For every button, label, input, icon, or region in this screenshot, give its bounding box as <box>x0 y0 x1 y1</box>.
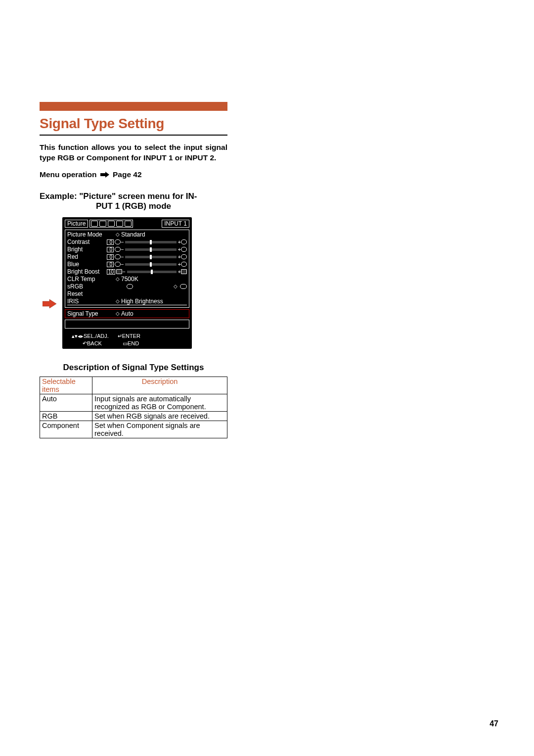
nav-arrows-icon: ▴▾◂▸ <box>72 332 84 340</box>
minus-icon: − <box>122 269 125 275</box>
slider <box>125 263 176 266</box>
table-row: Auto Input signals are automatically rec… <box>40 394 227 412</box>
osd-row-iris: IRIS ◇High Brightness <box>67 298 187 305</box>
osd-menu: Picture INPUT 1 Picture Mode ◇Standard C… <box>62 217 192 349</box>
osd-label: sRGB <box>67 283 107 290</box>
description-title: Description of Signal Type Settings <box>40 363 227 373</box>
osd-label: IRIS <box>67 298 107 305</box>
section-title: Signal Type Setting <box>40 116 227 132</box>
table-cell-item: RGB <box>40 412 92 421</box>
page-number: 47 <box>490 719 498 728</box>
osd-tab-icon <box>125 221 132 227</box>
osd-label: Contrast <box>67 238 107 245</box>
section-accent-bar <box>40 102 227 111</box>
osd-wrap: Picture INPUT 1 Picture Mode ◇Standard C… <box>62 217 192 349</box>
osd-tab-icon <box>108 221 115 227</box>
ctrl-enter: ENTER <box>122 332 140 340</box>
blue-icon <box>115 262 121 267</box>
contrast-icon <box>181 239 187 244</box>
table-header-items: Selectable items <box>40 377 92 394</box>
table-cell-desc: Set when Component signals are received. <box>92 421 227 438</box>
minus-icon: − <box>121 239 124 245</box>
osd-tab-icons <box>89 220 133 228</box>
arrow-right-icon <box>100 171 109 180</box>
table-header-desc: Description <box>92 377 227 394</box>
table-cell-desc: Set when RGB signals are received. <box>92 412 227 421</box>
osd-input-label: INPUT 1 <box>162 220 189 228</box>
ctrl-sel: SEL./ADJ. <box>84 332 109 340</box>
menu-operation-prefix: Menu operation <box>40 170 96 179</box>
osd-controls-help: ▴▾◂▸ SEL./ADJ. ↵ ENTER ↶ BACK ▭ END <box>65 332 189 347</box>
osd-value: ◇Auto <box>116 310 134 317</box>
osd-row-reset: Reset <box>67 290 187 298</box>
osd-empty-row <box>65 320 189 329</box>
osd-row-picture-mode: Picture Mode ◇Standard <box>67 231 187 238</box>
osd-row-blue: Blue 0 − + <box>67 261 187 268</box>
osd-tab-picture: Picture <box>65 220 88 228</box>
back-icon: ↶ <box>83 340 87 347</box>
red-icon <box>181 254 187 259</box>
menu-operation-line: Menu operation Page 42 <box>40 170 227 180</box>
intro-text: This function allows you to select the i… <box>40 142 227 163</box>
table-cell-item: Auto <box>40 394 92 412</box>
slider <box>125 241 176 243</box>
osd-body: Picture Mode ◇Standard Contrast 0 − + Br… <box>65 230 189 308</box>
osd-value: 0 <box>107 254 114 260</box>
bright-icon <box>115 247 121 252</box>
example-title: Example: "Picture" screen menu for IN- P… <box>40 191 227 211</box>
boost-icon <box>181 269 187 274</box>
contrast-icon <box>115 239 121 244</box>
red-icon <box>115 254 121 259</box>
osd-tab-icon <box>91 221 98 227</box>
osd-value: 0 <box>107 247 114 252</box>
osd-row-srgb: sRGB ◇ <box>67 283 187 290</box>
pointer-arrow-icon <box>43 299 56 308</box>
slider <box>125 248 176 251</box>
osd-label: Picture Mode <box>67 231 107 238</box>
ctrl-back: BACK <box>87 340 102 347</box>
osd-label: Blue <box>67 261 107 268</box>
osd-row-contrast: Contrast 0 − + <box>67 238 187 246</box>
osd-label: CLR Temp <box>67 276 107 283</box>
minus-icon: − <box>121 246 124 252</box>
osd-controls-row: ↶ BACK ▭ END <box>65 340 189 347</box>
osd-row-red: Red 0 − + <box>67 253 187 261</box>
osd-header: Picture INPUT 1 <box>65 220 189 228</box>
slider <box>127 271 177 273</box>
slider <box>125 256 176 258</box>
osd-value: ◇High Brightness <box>116 298 163 305</box>
menu-operation-page: Page 42 <box>113 170 142 179</box>
osd-row-signal-type-highlighted: Signal Type ◇Auto <box>65 309 189 318</box>
osd-row-clr-temp: CLR Temp ◇7500K <box>67 276 187 283</box>
osd-label: Signal Type <box>67 310 107 317</box>
osd-value: ◇Standard <box>116 231 145 238</box>
table-cell-desc: Input signals are automatically recogniz… <box>92 394 227 412</box>
osd-right: ◇ <box>174 284 187 289</box>
page-content: Signal Type Setting This function allows… <box>40 102 227 438</box>
ctrl-end: END <box>128 340 139 347</box>
toggle-off-icon <box>127 284 133 289</box>
table-cell-item: Component <box>40 421 92 438</box>
osd-value: 10 <box>107 269 115 275</box>
title-rule <box>40 135 227 136</box>
signal-type-table: Selectable items Description Auto Input … <box>40 377 227 438</box>
osd-tab-icon <box>116 221 123 227</box>
osd-label: Bright <box>67 246 107 253</box>
minus-icon: − <box>121 261 124 267</box>
end-icon: ▭ <box>123 340 128 347</box>
osd-row-bright-boost: Bright Boost 10 − + <box>67 268 187 276</box>
osd-label: Reset <box>67 290 107 297</box>
bright-icon <box>181 247 187 252</box>
table-row: Component Set when Component signals are… <box>40 421 227 438</box>
enter-icon: ↵ <box>118 332 122 340</box>
boost-icon <box>116 269 122 274</box>
example-title-line2: PUT 1 (RGB) mode <box>40 201 227 211</box>
toggle-icon <box>180 284 187 289</box>
osd-label: Bright Boost <box>67 268 107 275</box>
osd-tab-icon <box>99 221 106 227</box>
osd-value: 0 <box>107 262 114 267</box>
blue-icon <box>181 262 187 267</box>
osd-row-bright: Bright 0 − + <box>67 246 187 253</box>
osd-label: Red <box>67 253 107 260</box>
table-row: RGB Set when RGB signals are received. <box>40 412 227 421</box>
